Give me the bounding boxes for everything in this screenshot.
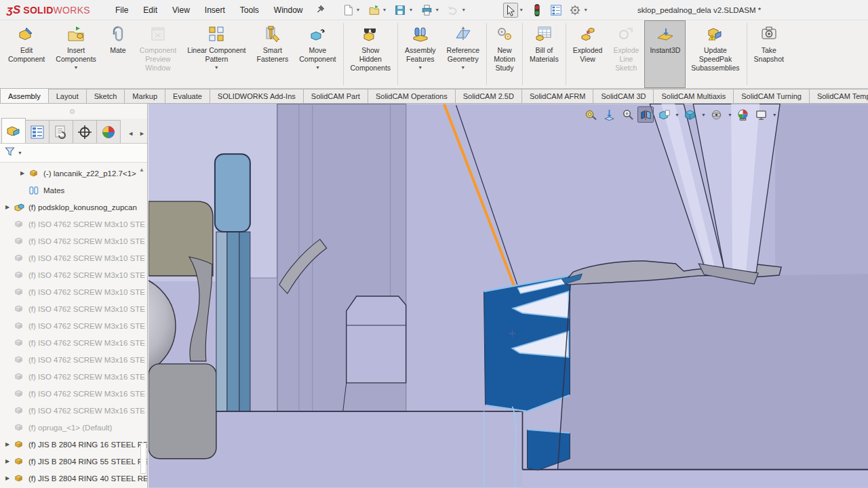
- dropdown-caret-icon[interactable]: ▼: [701, 113, 706, 117]
- featuremanager-tab[interactable]: [1, 118, 26, 143]
- tab-solidworks-add-ins[interactable]: SOLIDWORKS Add-Ins: [210, 89, 304, 103]
- section-view-icon[interactable]: [637, 106, 654, 123]
- tab-layout[interactable]: Layout: [48, 89, 87, 103]
- tab-solidcam-multiaxis[interactable]: SolidCAM Multiaxis: [653, 89, 734, 103]
- take-snapshot-button[interactable]: Take Snapshot: [749, 20, 789, 88]
- tree-item[interactable]: (f) ISO 4762 SCREW M3x16 STE: [0, 334, 147, 351]
- filter-icon[interactable]: [4, 146, 16, 160]
- tree-item[interactable]: (f) ISO 4762 SCREW M3x10 STE: [0, 266, 147, 283]
- tree-item[interactable]: (f) ISO 4762 SCREW M3x16 STE: [0, 317, 147, 334]
- spacer-strip-teal[interactable]: [227, 232, 239, 411]
- linear-component-pattern-button[interactable]: Linear Component Pattern▼: [182, 20, 251, 88]
- spacer-strip-light[interactable]: [216, 232, 227, 411]
- boss-section[interactable]: [347, 296, 406, 383]
- move-component-button[interactable]: Move Component▼: [294, 20, 341, 88]
- dropdown-caret-icon[interactable]: ▼: [418, 65, 422, 70]
- tree-item[interactable]: ▶(f) JIS B 2804 RING 55 STEEL RE: [0, 453, 147, 470]
- expand-arrow-icon[interactable]: ▶: [4, 441, 11, 447]
- tree-item[interactable]: (f) ISO 4762 SCREW M3x10 STE: [0, 216, 147, 232]
- pin-icon[interactable]: [316, 4, 326, 16]
- dropdown-caret-icon[interactable]: ▼: [74, 65, 79, 70]
- splitter-handle-icon[interactable]: [70, 109, 75, 114]
- propertymanager-tab[interactable]: [25, 120, 50, 143]
- tab-solidcam-operations[interactable]: SolidCAM Operations: [368, 89, 456, 103]
- tab-markup[interactable]: Markup: [124, 89, 165, 103]
- spacer-strip-dark[interactable]: [239, 232, 250, 411]
- tab-solidcam-turning[interactable]: SolidCAM Turning: [733, 89, 810, 103]
- tree-item[interactable]: Mates: [0, 182, 147, 199]
- dropdown-caret-icon[interactable]: ▼: [382, 7, 387, 12]
- tree-item[interactable]: (f) ISO 4762 SCREW M3x16 STE: [0, 368, 147, 385]
- reference-geometry-button[interactable]: Reference Geometry▼: [441, 20, 485, 88]
- dropdown-caret-icon[interactable]: ▼: [675, 113, 679, 117]
- edit-component-button[interactable]: Edit Component: [3, 20, 50, 88]
- tree-item[interactable]: ▶(f) JIS B 2804 RING 40 STEEL RE: [0, 470, 147, 486]
- select-cursor-icon[interactable]: [503, 3, 518, 18]
- instant3d-button[interactable]: Instant3D: [644, 20, 686, 88]
- dropdown-caret-icon[interactable]: ▼: [435, 7, 439, 12]
- tab-solidcam-part[interactable]: SolidCAM Part: [303, 89, 368, 103]
- insert-components-button[interactable]: Insert Components▼: [50, 20, 102, 88]
- display-style-icon[interactable]: [682, 106, 698, 123]
- sleeve-strip[interactable]: [250, 278, 277, 411]
- displaymanager-tab[interactable]: [96, 120, 121, 143]
- tree-item[interactable]: (f) ISO 4762 SCREW M3x10 STE: [0, 249, 147, 266]
- dropdown-caret-icon[interactable]: ▼: [772, 113, 777, 117]
- print-icon[interactable]: [419, 3, 434, 18]
- tree-item[interactable]: ▶(-) lancanik_z22_p12.7<1>: [0, 165, 147, 182]
- expand-arrow-icon[interactable]: ▶: [4, 204, 11, 210]
- bill-of-materials-button[interactable]: Bill of Materials: [524, 20, 564, 88]
- tree-item[interactable]: ▶(f) JIS B 2804 RING 16 STEEL RE: [0, 436, 147, 453]
- panel-tab-prev-icon[interactable]: ◄: [125, 129, 136, 138]
- tab-sketch[interactable]: Sketch: [86, 89, 125, 103]
- menu-file[interactable]: File: [108, 0, 136, 20]
- pin-section[interactable]: [215, 154, 250, 232]
- settings-gear-icon[interactable]: [568, 3, 583, 18]
- dimxpertmanager-tab[interactable]: [73, 120, 97, 143]
- assembly-features-button[interactable]: Assembly Features▼: [399, 20, 441, 88]
- new-document-icon[interactable]: [340, 3, 355, 18]
- panel-tab-next-icon[interactable]: ►: [137, 129, 147, 138]
- tree-item[interactable]: (f) ISO 4762 SCREW M3x10 STE: [0, 283, 147, 300]
- dropdown-caret-icon[interactable]: ▼: [356, 7, 361, 12]
- tree-item[interactable]: (f) ISO 4762 SCREW M3x10 STE: [0, 232, 147, 249]
- expand-arrow-icon[interactable]: ▶: [4, 475, 11, 481]
- dropdown-caret-icon[interactable]: ▼: [460, 65, 465, 70]
- smart-fasteners-button[interactable]: Smart Fasteners: [252, 20, 294, 88]
- expand-arrow-icon[interactable]: ▶: [19, 170, 26, 176]
- dropdown-caret-icon[interactable]: ▼: [214, 65, 219, 70]
- base-strip[interactable]: [522, 470, 868, 488]
- tab-solidcam-2-5d[interactable]: SolidCAM 2.5D: [455, 89, 522, 103]
- dropdown-caret-icon[interactable]: ▼: [519, 7, 524, 12]
- mate-button[interactable]: Mate: [102, 20, 134, 88]
- menu-view[interactable]: View: [165, 0, 197, 20]
- tree-item[interactable]: (f) ISO 4762 SCREW M3x16 STE: [0, 402, 147, 419]
- tab-assembly[interactable]: Assembly: [0, 88, 49, 103]
- dropdown-caret-icon[interactable]: ▼: [728, 113, 732, 117]
- expand-arrow-icon[interactable]: ▶: [4, 458, 11, 464]
- view-orientation-icon[interactable]: [656, 106, 672, 123]
- tree-item[interactable]: (f) ISO 4762 SCREW M3x10 STE: [0, 300, 147, 317]
- show-hidden-components-button[interactable]: Show Hidden Components: [345, 20, 397, 88]
- nut-section[interactable]: [149, 364, 216, 459]
- panel-scrollbar-thumb[interactable]: [140, 443, 146, 474]
- tab-solidcam-afrm[interactable]: SolidCAM AFRM: [521, 89, 594, 103]
- filter-caret-icon[interactable]: ▼: [18, 150, 22, 155]
- hide-show-items-icon[interactable]: [709, 106, 725, 123]
- menu-window[interactable]: Window: [267, 0, 311, 20]
- view-settings-icon[interactable]: [753, 106, 770, 123]
- zoom-to-area-icon[interactable]: [619, 106, 635, 123]
- tab-solidcam-templates[interactable]: SolidCAM Templates: [809, 89, 868, 103]
- evaluate-list-icon[interactable]: [549, 3, 564, 18]
- tree-item[interactable]: (f) opruga_<1> (Default): [0, 419, 147, 436]
- tree-item[interactable]: (f) ISO 4762 SCREW M3x16 STE: [0, 385, 147, 402]
- dropdown-caret-icon[interactable]: ▼: [408, 7, 413, 12]
- update-speedpak-button[interactable]: Update SpeedPak Subassemblies: [686, 20, 745, 88]
- tree-scroll-up-icon[interactable]: ▲: [139, 167, 144, 173]
- zoom-to-fit-icon[interactable]: [601, 106, 617, 123]
- dropdown-caret-icon[interactable]: ▼: [583, 7, 588, 12]
- traffic-light-icon[interactable]: [530, 3, 545, 18]
- tree-item[interactable]: ▶(f) podsklop_konusnog_zupcan: [0, 199, 147, 216]
- tab-solidcam-3d[interactable]: SolidCAM 3D: [593, 89, 654, 103]
- menu-edit[interactable]: Edit: [136, 0, 165, 20]
